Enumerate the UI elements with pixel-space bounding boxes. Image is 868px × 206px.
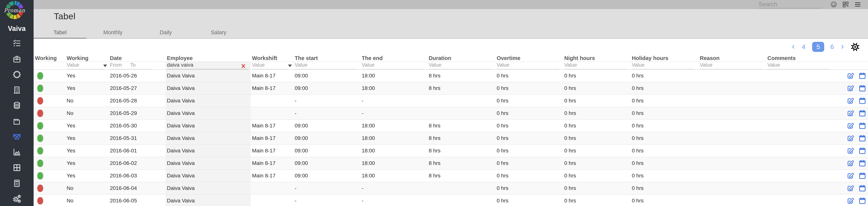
chevron-down-icon[interactable] xyxy=(288,65,292,67)
page-button-4[interactable]: 4 xyxy=(802,43,806,51)
edit-button[interactable] xyxy=(846,122,855,130)
date-cell: 2016-06-05 xyxy=(108,198,165,204)
tab-daily[interactable]: Daily xyxy=(139,29,192,36)
chevron-down-icon[interactable] xyxy=(103,65,107,67)
page-button-6[interactable]: 6 xyxy=(830,43,834,51)
sidebar-item-settings[interactable] xyxy=(0,191,34,206)
start-cell: 09:00 xyxy=(293,148,361,154)
overtime-cell: 0 hrs xyxy=(495,160,563,166)
sidebar-item-calculations[interactable] xyxy=(0,175,34,191)
page-button-5-current[interactable]: 5 xyxy=(812,42,824,52)
calendar-button[interactable] xyxy=(858,134,867,143)
filter-date-to[interactable] xyxy=(130,62,151,70)
edit-button[interactable] xyxy=(846,97,855,105)
sidebar-item-tables[interactable] xyxy=(0,160,34,175)
filter-reason[interactable] xyxy=(700,62,762,70)
edit-button[interactable] xyxy=(846,109,855,118)
calendar-button[interactable] xyxy=(858,197,867,205)
chart-icon xyxy=(12,148,21,157)
calendar-button[interactable] xyxy=(858,72,867,80)
tab-monthly[interactable]: Monthly xyxy=(87,29,139,36)
prev-page-button[interactable]: ‹ xyxy=(792,42,795,52)
col-header-end[interactable]: The end xyxy=(361,55,427,61)
calendar-icon xyxy=(858,97,867,105)
sidebar-item-badges[interactable] xyxy=(0,67,34,82)
calendar-button[interactable] xyxy=(858,109,867,118)
filter-working[interactable] xyxy=(67,62,104,70)
menu-icon[interactable] xyxy=(854,1,861,8)
col-header-comments[interactable]: Comments xyxy=(766,55,834,61)
col-header-date[interactable]: Date xyxy=(108,55,165,61)
sidebar-item-company[interactable] xyxy=(0,82,34,98)
col-header-start[interactable]: The start xyxy=(293,55,361,61)
filter-start[interactable] xyxy=(295,62,356,70)
date-cell: 2016-05-28 xyxy=(108,98,165,104)
tab-salary[interactable]: Salary xyxy=(192,29,245,36)
sidebar-item-reports[interactable] xyxy=(0,144,34,160)
overtime-cell: 0 hrs xyxy=(495,110,563,116)
filter-workshift[interactable] xyxy=(252,62,288,70)
end-cell: 18:00 xyxy=(361,85,427,91)
col-header-reason[interactable]: Reason xyxy=(699,55,766,61)
sidebar-item-tasks[interactable] xyxy=(0,35,34,51)
edit-button[interactable] xyxy=(846,72,855,80)
end-cell: 18:00 xyxy=(361,160,427,166)
table-row: Yes 2016-06-02 Daiva Vaiva Main 8-17 09:… xyxy=(34,157,868,170)
col-header-night-hours[interactable]: Night hours xyxy=(563,55,630,61)
col-header-workshift[interactable]: Workshift xyxy=(251,55,293,61)
end-cell: - xyxy=(361,185,427,191)
col-header-holiday-hours[interactable]: Holiday hours xyxy=(630,55,699,61)
edit-button[interactable] xyxy=(846,159,855,168)
sidebar-item-jobs[interactable] xyxy=(0,51,34,67)
search-input[interactable] xyxy=(759,1,822,8)
filter-comments[interactable] xyxy=(767,62,830,70)
filter-duration[interactable] xyxy=(429,62,492,70)
filter-employee[interactable] xyxy=(167,62,249,70)
next-page-button[interactable]: › xyxy=(841,42,844,52)
filter-date-from[interactable] xyxy=(110,62,129,70)
filter-overtime[interactable] xyxy=(497,62,559,70)
sidebar-item-data[interactable] xyxy=(0,98,34,113)
table-header-row: Working Working Date Employee Workshift … xyxy=(34,55,868,61)
calendar-button[interactable] xyxy=(858,84,867,93)
proman-logo[interactable]: Proman xyxy=(5,1,24,19)
apps-icon[interactable] xyxy=(842,1,849,8)
edit-button[interactable] xyxy=(846,197,855,205)
calendar-button[interactable] xyxy=(858,159,867,168)
edit-button[interactable] xyxy=(846,147,855,155)
start-cell: 09:00 xyxy=(293,160,361,166)
edit-icon xyxy=(846,147,855,155)
edit-button[interactable] xyxy=(846,172,855,180)
edit-icon xyxy=(846,122,855,130)
employee-cell: Daiva Vaiva xyxy=(165,107,251,119)
working-cell: No xyxy=(65,110,108,116)
calendar-button[interactable] xyxy=(858,97,867,105)
col-header-duration[interactable]: Duration xyxy=(427,55,495,61)
calendar-button[interactable] xyxy=(858,147,867,155)
clear-filter-icon[interactable] xyxy=(241,63,246,69)
date-cell: 2016-05-26 xyxy=(108,73,165,79)
calendar-button[interactable] xyxy=(858,122,867,130)
briefcase-icon xyxy=(12,54,21,63)
grid-icon xyxy=(12,163,21,172)
col-header-overtime[interactable]: Overtime xyxy=(495,55,563,61)
end-cell: - xyxy=(361,110,427,116)
tab-tabel[interactable]: Tabel xyxy=(34,29,87,36)
gear-icon[interactable] xyxy=(850,43,860,51)
calendar-button[interactable] xyxy=(858,184,867,192)
filter-night-hours[interactable] xyxy=(564,62,627,70)
col-header-working[interactable]: Working xyxy=(65,55,108,61)
sidebar-item-employees[interactable] xyxy=(0,129,34,144)
edit-button[interactable] xyxy=(846,134,855,143)
calendar-icon xyxy=(858,172,867,180)
smiley-icon[interactable] xyxy=(830,1,837,8)
edit-button[interactable] xyxy=(846,84,855,93)
filter-end[interactable] xyxy=(362,62,424,70)
col-header-employee[interactable]: Employee xyxy=(165,55,251,61)
col-header-working-indicator[interactable]: Working xyxy=(34,55,65,61)
edit-button[interactable] xyxy=(846,184,855,192)
calendar-button[interactable] xyxy=(858,172,867,180)
night-hours-cell: 0 hrs xyxy=(563,198,630,204)
sidebar-item-production[interactable] xyxy=(0,113,34,129)
filter-holiday-hours[interactable] xyxy=(632,62,695,70)
